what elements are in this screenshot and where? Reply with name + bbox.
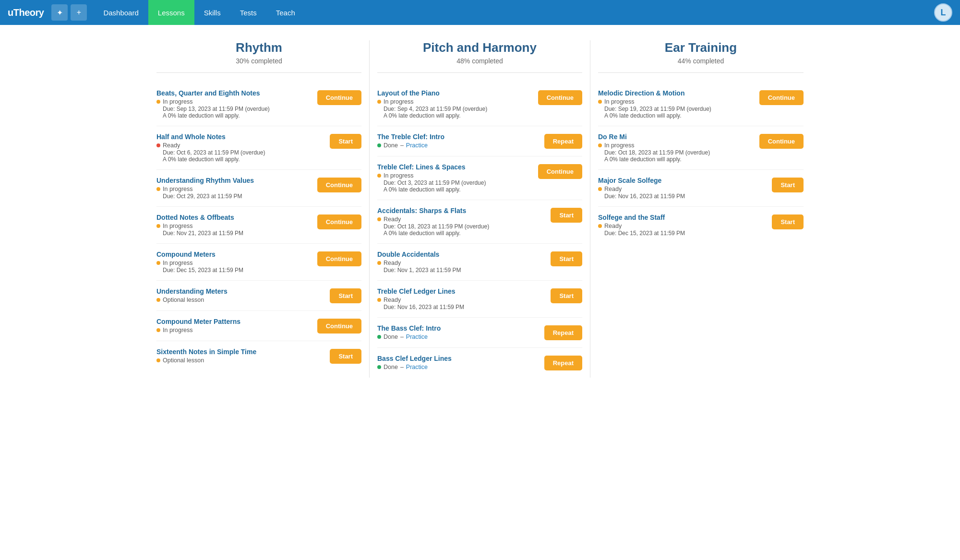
lesson-status-text-1-3: Ready: [384, 216, 401, 223]
lesson-info-1-5: Treble Clef Ledger LinesReadyDue: Nov 16…: [377, 287, 545, 310]
lesson-status-text-1-0: In progress: [384, 98, 414, 105]
lesson-info-0-6: Compound Meter PatternsIn progress: [156, 318, 312, 334]
lesson-deduction-1-0: A 0% late deduction will apply.: [384, 112, 532, 119]
nav-teach[interactable]: Teach: [266, 0, 305, 25]
nav-skills[interactable]: Skills: [194, 0, 230, 25]
lesson-title-1-7: Bass Clef Ledger Lines: [377, 355, 539, 362]
lesson-info-1-4: Double AccidentalsReadyDue: Nov 1, 2023 …: [377, 250, 545, 274]
lesson-due-0-1: Due: Oct 6, 2023 at 11:59 PM (overdue): [163, 149, 324, 156]
practice-link-1-7[interactable]: Practice: [406, 364, 428, 370]
start-button-1-4[interactable]: Start: [551, 251, 582, 266]
start-button-2-3[interactable]: Start: [772, 214, 804, 229]
column-subtitle-0: 30% completed: [156, 57, 361, 65]
lesson-status-line-1-1: Done – Practice: [377, 142, 539, 149]
continue-button-0-2[interactable]: Continue: [317, 178, 361, 192]
lesson-status-line-0-5: Optional lesson: [156, 297, 324, 303]
lesson-status-text-2-3: Ready: [604, 223, 622, 229]
lesson-status-text-0-1: Ready: [163, 142, 180, 149]
lesson-status-line-2-2: Ready: [598, 186, 766, 192]
nav-lessons[interactable]: Lessons: [148, 0, 194, 25]
lesson-status-text-1-2: In progress: [384, 172, 414, 179]
continue-button-0-3[interactable]: Continue: [317, 214, 361, 229]
nav-dashboard[interactable]: Dashboard: [94, 0, 148, 25]
lesson-status-line-1-0: In progress: [377, 98, 532, 105]
star-icon-button[interactable]: ✦: [51, 4, 68, 21]
column-2: Ear Training44% completedMelodic Directi…: [590, 40, 811, 378]
repeat-button-1-7[interactable]: Repeat: [544, 356, 582, 370]
start-button-1-3[interactable]: Start: [551, 208, 582, 223]
column-0: Rhythm30% completedBeats, Quarter and Ei…: [149, 40, 370, 378]
lesson-title-1-6: The Bass Clef: Intro: [377, 324, 539, 332]
lesson-info-0-3: Dotted Notes & OffbeatsIn progressDue: N…: [156, 214, 312, 237]
continue-button-0-0[interactable]: Continue: [317, 90, 361, 105]
lesson-item-2-0: Melodic Direction & MotionIn progressDue…: [598, 83, 804, 126]
nav-tests[interactable]: Tests: [230, 0, 266, 25]
lesson-status-line-1-3: Ready: [377, 216, 545, 223]
lesson-status-text-1-4: Ready: [384, 260, 401, 266]
column-header-1: Pitch and Harmony48% completed: [377, 40, 582, 73]
lesson-due-1-5: Due: Nov 16, 2023 at 11:59 PM: [384, 304, 545, 310]
status-dot-1-6: [377, 335, 381, 339]
status-dot-2-0: [598, 100, 602, 104]
practice-link-1-6[interactable]: Practice: [406, 334, 428, 340]
avatar[interactable]: L: [934, 3, 952, 22]
lesson-deduction-1-3: A 0% late deduction will apply.: [384, 230, 545, 237]
continue-button-0-6[interactable]: Continue: [317, 319, 361, 334]
lesson-status-text-0-3: In progress: [163, 223, 193, 229]
lesson-status-line-0-6: In progress: [156, 327, 312, 334]
lesson-due-0-4: Due: Dec 15, 2023 at 11:59 PM: [163, 267, 312, 274]
continue-button-2-1[interactable]: Continue: [759, 134, 804, 149]
repeat-button-1-1[interactable]: Repeat: [544, 134, 582, 149]
lesson-info-1-1: The Treble Clef: IntroDone – Practice: [377, 133, 539, 149]
lesson-status-line-2-1: In progress: [598, 142, 754, 149]
lesson-item-1-0: Layout of the PianoIn progressDue: Sep 4…: [377, 83, 582, 126]
lesson-item-2-3: Solfege and the StaffReadyDue: Dec 15, 2…: [598, 207, 804, 243]
continue-button-2-0[interactable]: Continue: [759, 90, 804, 105]
lesson-title-0-4: Compound Meters: [156, 250, 312, 258]
lesson-status-line-0-3: In progress: [156, 223, 312, 229]
lesson-title-2-2: Major Scale Solfege: [598, 177, 766, 184]
lesson-item-0-1: Half and Whole NotesReadyDue: Oct 6, 202…: [156, 126, 361, 170]
column-subtitle-1: 48% completed: [377, 57, 582, 65]
lesson-status-line-1-6: Done – Practice: [377, 334, 539, 340]
start-button-1-5[interactable]: Start: [551, 288, 582, 303]
add-icon-button[interactable]: +: [71, 4, 87, 21]
status-dot-0-2: [156, 187, 160, 191]
lesson-status-text-0-0: In progress: [163, 98, 193, 105]
status-dot-0-5: [156, 298, 160, 302]
start-button-2-2[interactable]: Start: [772, 178, 804, 192]
start-button-0-1[interactable]: Start: [330, 134, 361, 149]
status-dot-0-0: [156, 100, 160, 104]
status-dot-1-5: [377, 298, 381, 302]
lesson-status-text-1-1: Done: [384, 142, 398, 149]
lesson-item-1-4: Double AccidentalsReadyDue: Nov 1, 2023 …: [377, 244, 582, 281]
continue-button-1-0[interactable]: Continue: [538, 90, 582, 105]
continue-button-1-2[interactable]: Continue: [538, 164, 582, 179]
lesson-info-1-2: Treble Clef: Lines & SpacesIn progressDu…: [377, 163, 532, 193]
lesson-title-0-5: Understanding Meters: [156, 287, 324, 295]
lesson-info-2-3: Solfege and the StaffReadyDue: Dec 15, 2…: [598, 214, 766, 237]
lesson-due-2-0: Due: Sep 19, 2023 at 11:59 PM (overdue): [604, 106, 754, 112]
column-header-0: Rhythm30% completed: [156, 40, 361, 73]
repeat-button-1-6[interactable]: Repeat: [544, 325, 582, 340]
lesson-status-line-1-2: In progress: [377, 172, 532, 179]
lesson-due-1-2: Due: Oct 3, 2023 at 11:59 PM (overdue): [384, 179, 532, 186]
lesson-deduction-2-0: A 0% late deduction will apply.: [604, 112, 754, 119]
lesson-status-text-2-2: Ready: [604, 186, 622, 192]
status-dot-1-1: [377, 143, 381, 147]
start-button-0-5[interactable]: Start: [330, 288, 361, 303]
lesson-info-2-0: Melodic Direction & MotionIn progressDue…: [598, 89, 754, 119]
start-button-0-7[interactable]: Start: [330, 349, 361, 364]
lesson-item-1-3: Accidentals: Sharps & FlatsReadyDue: Oct…: [377, 200, 582, 244]
lesson-item-1-5: Treble Clef Ledger LinesReadyDue: Nov 16…: [377, 281, 582, 318]
status-dot-2-2: [598, 187, 602, 191]
status-dot-0-6: [156, 328, 160, 332]
practice-link-1-1[interactable]: Practice: [406, 142, 428, 149]
lesson-status-text-0-7: Optional lesson: [163, 357, 204, 364]
lesson-status-line-0-4: In progress: [156, 260, 312, 266]
lesson-title-1-2: Treble Clef: Lines & Spaces: [377, 163, 532, 171]
continue-button-0-4[interactable]: Continue: [317, 251, 361, 266]
lesson-status-text-0-5: Optional lesson: [163, 297, 204, 303]
lesson-info-2-2: Major Scale SolfegeReadyDue: Nov 16, 202…: [598, 177, 766, 200]
lesson-status-text-1-5: Ready: [384, 297, 401, 303]
